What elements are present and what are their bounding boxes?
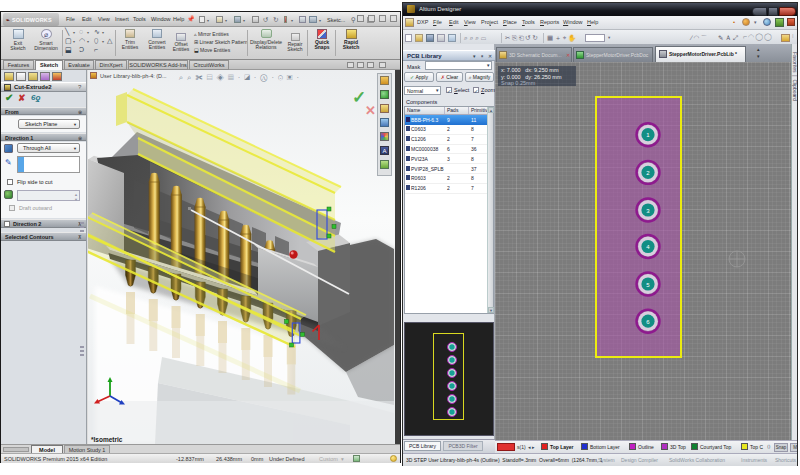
svg-text:*Isometric: *Isometric <box>91 436 123 443</box>
